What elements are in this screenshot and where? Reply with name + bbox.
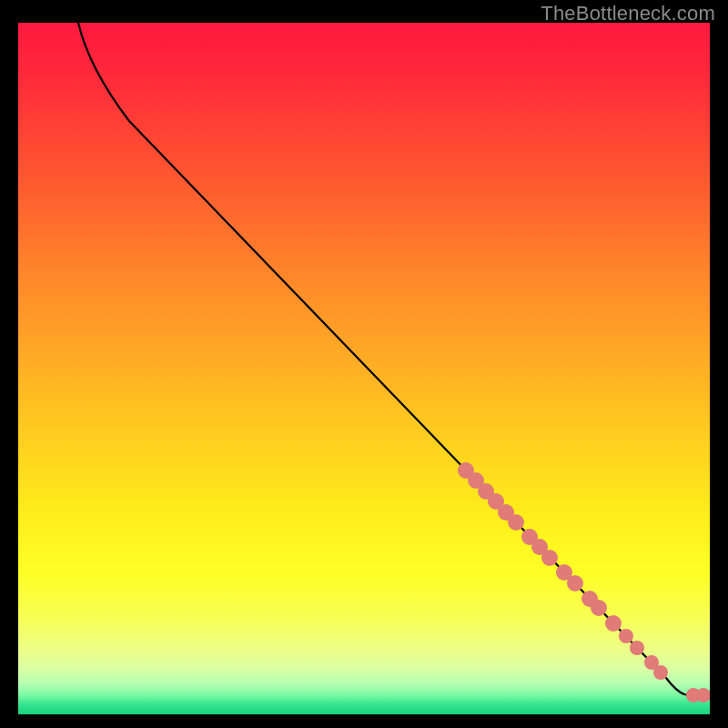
chart-svg — [18, 23, 710, 714]
data-marker — [508, 514, 524, 531]
data-marker — [567, 575, 583, 592]
data-marker — [591, 600, 607, 616]
data-marker — [630, 641, 644, 655]
data-marker — [653, 665, 668, 680]
stage: TheBottleneck.com — [0, 0, 728, 728]
data-marker — [619, 629, 633, 643]
data-marker — [541, 550, 558, 566]
data-marker — [605, 615, 622, 632]
bottleneck-chart — [18, 23, 710, 714]
